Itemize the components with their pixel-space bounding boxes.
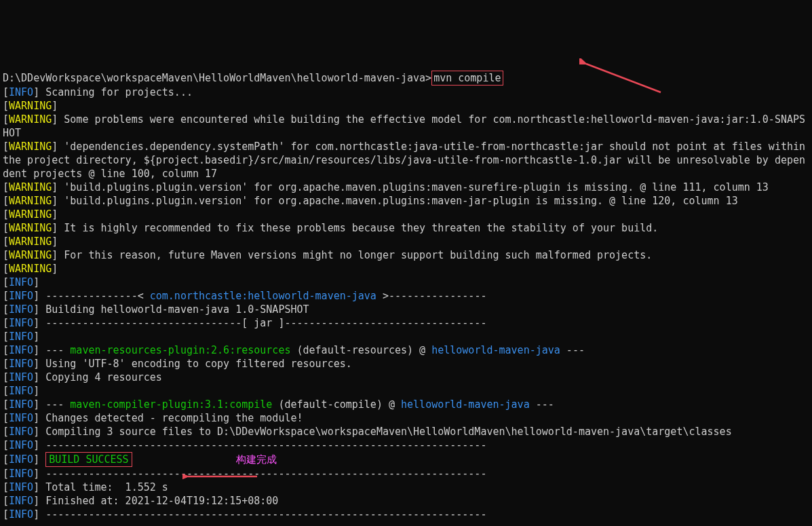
warn-reason: For this reason, future Maven versions m…: [64, 249, 652, 261]
building-line: Building helloworld-maven-java 1.0-SNAPS…: [45, 303, 309, 316]
warn-dep2: 'build.plugins.plugin.version' for org.a…: [64, 181, 769, 193]
command-highlight-box: mvn compile: [431, 71, 503, 86]
warn-dep3: 'build.plugins.plugin.version' for org.a…: [64, 195, 737, 207]
annotation-arrow-command: [579, 58, 668, 99]
command-text: mvn compile: [433, 72, 501, 84]
resources-plugin: maven-resources-plugin:2.6:resources: [70, 344, 290, 356]
warn-dep1: 'dependencies.dependency.systemPath' for…: [3, 140, 811, 180]
finished-at: Finished at: 2021-12-04T19:12:15+08:00: [45, 495, 278, 507]
terminal-output[interactable]: D:\DDevWorkspace\workspaceMaven\HelloWor…: [3, 57, 809, 526]
annotation-build-done: 构建完成: [236, 453, 277, 465]
artifact-id: com.northcastle:helloworld-maven-java: [150, 290, 376, 302]
compiler-plugin: maven-compiler-plugin:3.1:compile: [70, 398, 272, 411]
warn-some-problems: Some problems were encountered while bui…: [3, 113, 805, 139]
prompt-path: D:\DDevWorkspace\workspaceMaven\HelloWor…: [3, 72, 431, 84]
build-success: BUILD SUCCESS: [49, 453, 128, 466]
build-success-box: BUILD SUCCESS: [45, 452, 132, 467]
svg-line-1: [586, 64, 661, 92]
total-time: Total time: 1.552 s: [45, 481, 168, 493]
warn-recommend: It is highly recommended to fix these pr…: [64, 222, 658, 234]
